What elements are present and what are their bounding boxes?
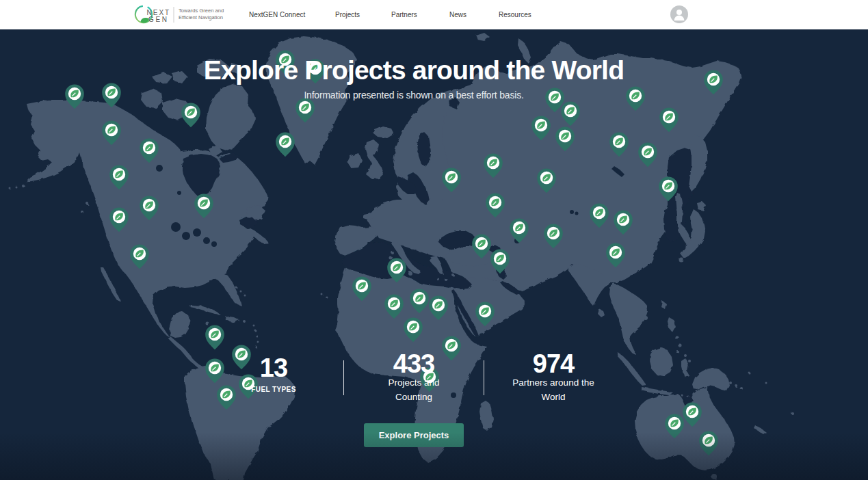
svg-text:GEN: GEN [148,16,168,23]
svg-text:Efficient Navigation: Efficient Navigation [179,14,223,21]
svg-text:Towards Green and: Towards Green and [179,8,224,14]
